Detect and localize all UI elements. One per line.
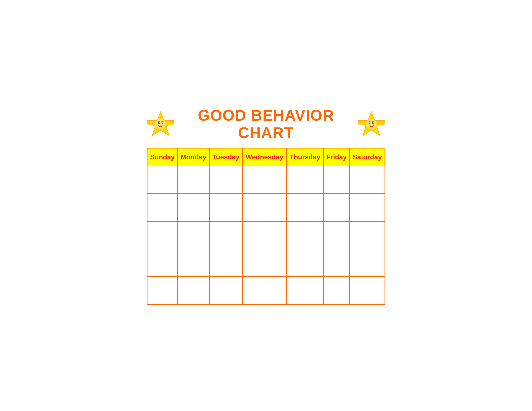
cell-row1-fri[interactable] (323, 166, 350, 194)
cell-row3-sat[interactable] (350, 221, 385, 249)
cell-row2-fri[interactable] (323, 194, 350, 221)
svg-point-1 (155, 119, 166, 129)
cell-row3-tue[interactable] (209, 221, 243, 249)
cell-row5-mon[interactable] (178, 277, 209, 304)
cell-row4-sat[interactable] (350, 249, 385, 277)
cell-row3-sun[interactable] (147, 221, 178, 249)
col-header-tuesday: Tuesday (209, 148, 243, 166)
star-mascot-left-icon (147, 110, 174, 138)
col-header-thursday: Thursday (287, 148, 323, 166)
col-header-sunday: Sunday (147, 148, 178, 166)
cell-row1-thu[interactable] (287, 166, 323, 194)
svg-point-16 (370, 122, 370, 123)
header: GOOD BEHAVIOR CHART (147, 104, 385, 144)
cell-row1-wed[interactable] (243, 166, 287, 194)
star-mascot-right-icon (358, 110, 385, 138)
cell-row5-sat[interactable] (350, 277, 385, 304)
table-row (147, 277, 385, 304)
table-row (147, 249, 385, 277)
col-header-friday: Friday (323, 148, 350, 166)
cell-row3-wed[interactable] (243, 221, 287, 249)
cell-row2-thu[interactable] (287, 194, 323, 221)
cell-row3-thu[interactable] (287, 221, 323, 249)
header-row: Sunday Monday Tuesday Wednesday Thursday… (147, 148, 385, 166)
cell-row2-sat[interactable] (350, 194, 385, 221)
cell-row4-sun[interactable] (147, 249, 178, 277)
col-header-wednesday: Wednesday (243, 148, 287, 166)
cell-row5-tue[interactable] (209, 277, 243, 304)
cell-row1-sun[interactable] (147, 166, 178, 194)
cell-row1-tue[interactable] (209, 166, 243, 194)
cell-row5-fri[interactable] (323, 277, 350, 304)
header-title-area: GOOD BEHAVIOR CHART (177, 107, 355, 141)
cell-row4-mon[interactable] (178, 249, 209, 277)
cell-row1-mon[interactable] (178, 166, 209, 194)
cell-row1-sat[interactable] (350, 166, 385, 194)
cell-row4-wed[interactable] (243, 249, 287, 277)
col-header-saturday: Saturday (350, 148, 385, 166)
behavior-chart-table: Sunday Monday Tuesday Wednesday Thursday… (147, 148, 385, 305)
cell-row4-fri[interactable] (323, 249, 350, 277)
page-container: GOOD BEHAVIOR CHART Sunday M (138, 98, 394, 313)
cell-row2-wed[interactable] (243, 194, 287, 221)
svg-point-17 (373, 122, 374, 123)
page-title: GOOD BEHAVIOR CHART (177, 107, 355, 141)
cell-row5-thu[interactable] (287, 277, 323, 304)
cell-row2-tue[interactable] (209, 194, 243, 221)
cell-row4-tue[interactable] (209, 249, 243, 277)
svg-point-5 (162, 122, 163, 123)
table-row (147, 194, 385, 221)
cell-row3-fri[interactable] (323, 221, 350, 249)
svg-point-13 (366, 119, 376, 129)
svg-point-4 (159, 122, 160, 123)
table-row (147, 166, 385, 194)
cell-row2-sun[interactable] (147, 194, 178, 221)
col-header-monday: Monday (178, 148, 209, 166)
table-row (147, 221, 385, 249)
cell-row5-wed[interactable] (243, 277, 287, 304)
cell-row3-mon[interactable] (178, 221, 209, 249)
cell-row5-sun[interactable] (147, 277, 178, 304)
cell-row4-thu[interactable] (287, 249, 323, 277)
cell-row2-mon[interactable] (178, 194, 209, 221)
